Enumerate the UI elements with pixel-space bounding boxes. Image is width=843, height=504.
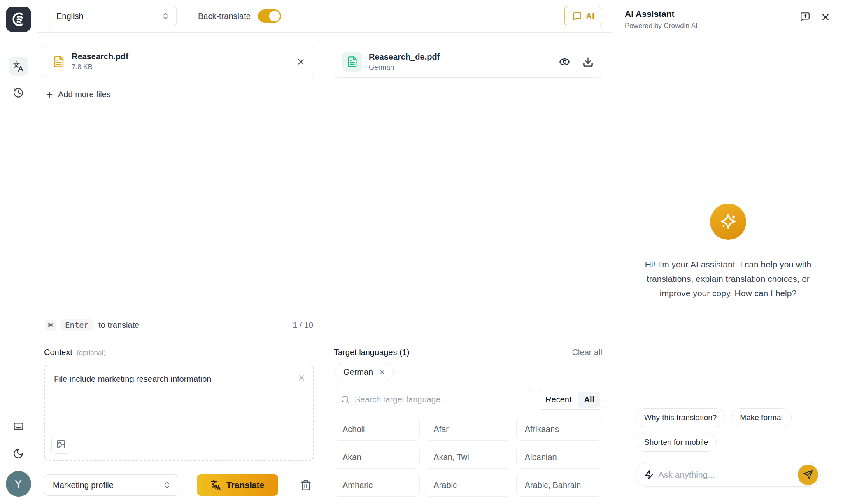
preview-button[interactable]	[559, 56, 570, 67]
translate-icon	[211, 480, 221, 490]
language-option[interactable]: Arabic, Bahrain	[516, 474, 602, 497]
language-option-label: Albanian	[525, 453, 557, 462]
trash-icon	[300, 479, 312, 491]
profile-select-value: Marketing profile	[53, 481, 114, 490]
source-file-card: Reasearch.pdf 7.8 KB	[44, 46, 314, 77]
ai-suggestion-label: Make formal	[740, 413, 783, 422]
delete-button[interactable]	[300, 479, 312, 491]
add-more-files-label: Add more files	[58, 90, 111, 99]
command-key-badge: ⌘	[45, 320, 56, 331]
ai-prompt-input[interactable]	[658, 470, 798, 480]
clear-all-button[interactable]: Clear all	[572, 348, 602, 357]
selected-language-chip: German	[334, 363, 394, 381]
new-chat-button[interactable]	[800, 12, 810, 22]
message-square-plus-icon	[800, 12, 810, 22]
sidebar-item-history[interactable]	[9, 83, 28, 102]
language-option[interactable]: Arabic	[425, 474, 511, 497]
language-option-label: Acholi	[342, 425, 365, 434]
target-languages-section: Target languages (1) Clear all German	[321, 340, 613, 504]
close-icon	[820, 12, 831, 22]
selected-language-label: German	[343, 367, 373, 377]
ai-assistant-panel: AI Assistant Powered by Crowdin AI	[613, 0, 843, 504]
ai-prompt-field	[636, 463, 821, 487]
language-option-partial[interactable]	[516, 502, 602, 504]
moon-icon	[13, 448, 24, 459]
language-option-partial[interactable]	[425, 502, 511, 504]
language-option[interactable]: Akan, Twi	[425, 446, 511, 469]
language-search-field	[334, 389, 531, 410]
context-text: File include marketing research informat…	[54, 374, 211, 383]
language-filter-tabs: Recent All	[538, 390, 602, 410]
output-file-card: Reasearch_de.pdf German	[334, 46, 602, 78]
remove-file-button[interactable]	[296, 57, 305, 66]
language-option[interactable]: Afar	[425, 418, 511, 441]
source-language-select[interactable]: English	[48, 6, 177, 26]
sidebar-item-translate[interactable]	[9, 57, 28, 76]
add-more-files-button[interactable]: Add more files	[44, 88, 112, 101]
search-icon	[341, 395, 350, 404]
ai-welcome-block: Hi! I'm your AI assistant. I can help yo…	[613, 204, 843, 300]
back-translate-toggle[interactable]	[258, 9, 281, 23]
language-option[interactable]: Albanian	[516, 446, 602, 469]
context-optional-label: (optional)	[77, 349, 106, 357]
profile-select[interactable]: Marketing profile	[44, 474, 178, 496]
language-option[interactable]: Amharic	[334, 474, 420, 497]
ai-panel-subtitle: Powered by Crowdin AI	[625, 22, 698, 30]
translate-button[interactable]: Translate	[197, 474, 278, 496]
context-textarea[interactable]: File include marketing research informat…	[44, 365, 314, 461]
remove-language-button[interactable]	[379, 369, 386, 376]
app-window: Y English Back-translate AI	[0, 0, 843, 504]
ai-button-label: AI	[586, 12, 594, 21]
dark-mode-toggle[interactable]	[9, 444, 28, 463]
ai-panel-title: AI Assistant	[625, 9, 698, 19]
ai-suggestion-chip[interactable]: Shorten for mobile	[636, 433, 717, 452]
source-column: Reasearch.pdf 7.8 KB Add more files ⌘ En…	[37, 33, 321, 504]
avatar-initial: Y	[14, 478, 22, 490]
language-search-input[interactable]	[355, 395, 524, 404]
ai-suggestion-chip[interactable]: Make formal	[731, 408, 792, 427]
language-option[interactable]: Afrikaans	[516, 418, 602, 441]
shortcut-hint: ⌘ Enter to translate 1 / 10	[44, 319, 314, 331]
upload-pane: Reasearch.pdf 7.8 KB Add more files ⌘ En…	[37, 33, 321, 340]
chevrons-up-down-icon	[163, 481, 171, 489]
send-button[interactable]	[798, 465, 818, 485]
attach-image-button[interactable]	[51, 435, 70, 454]
crowdin-logo	[6, 7, 31, 32]
ai-input-area: Why this translation? Make formal Shorte…	[613, 408, 843, 504]
language-option-label: Arabic, Bahrain	[525, 481, 581, 490]
sidebar: Y	[0, 0, 37, 504]
zap-icon	[644, 470, 654, 480]
ai-assistant-button[interactable]: AI	[564, 6, 602, 26]
keyboard-shortcuts-button[interactable]	[9, 417, 28, 436]
enter-key-badge: Enter	[60, 319, 93, 331]
output-pane: Reasearch_de.pdf German	[321, 33, 613, 340]
ai-suggestion-label: Why this translation?	[644, 413, 717, 422]
languages-icon	[13, 61, 24, 72]
plus-icon	[45, 90, 54, 99]
user-avatar[interactable]: Y	[6, 471, 31, 497]
download-button[interactable]	[582, 56, 594, 67]
language-option-partial[interactable]	[334, 502, 420, 504]
usage-counter: 1 / 10	[293, 321, 313, 330]
keyboard-icon	[13, 420, 24, 432]
clear-context-button[interactable]	[297, 374, 306, 382]
output-column: Reasearch_de.pdf German	[321, 33, 613, 504]
translate-action-bar: Marketing profile Translate	[37, 466, 321, 504]
eye-icon	[559, 56, 570, 67]
ai-greeting-text: Hi! I'm your AI assistant. I can help yo…	[639, 257, 817, 300]
language-options-grid-overflow	[334, 502, 602, 504]
language-option[interactable]: Akan	[334, 446, 420, 469]
language-option[interactable]: Acholi	[334, 418, 420, 441]
language-option-label: Afar	[433, 425, 449, 434]
tab-recent[interactable]: Recent	[540, 392, 577, 408]
chat-bubble-icon	[573, 12, 582, 21]
language-option-label: Amharic	[342, 481, 373, 490]
close-panel-button[interactable]	[820, 12, 831, 22]
send-icon	[803, 470, 813, 480]
ai-suggestion-chip[interactable]: Why this translation?	[636, 408, 725, 427]
image-icon	[56, 439, 66, 449]
source-file-size: 7.8 KB	[72, 63, 128, 71]
file-text-icon	[342, 52, 362, 72]
language-option-label: Akan	[342, 453, 361, 462]
tab-all[interactable]: All	[578, 392, 600, 408]
